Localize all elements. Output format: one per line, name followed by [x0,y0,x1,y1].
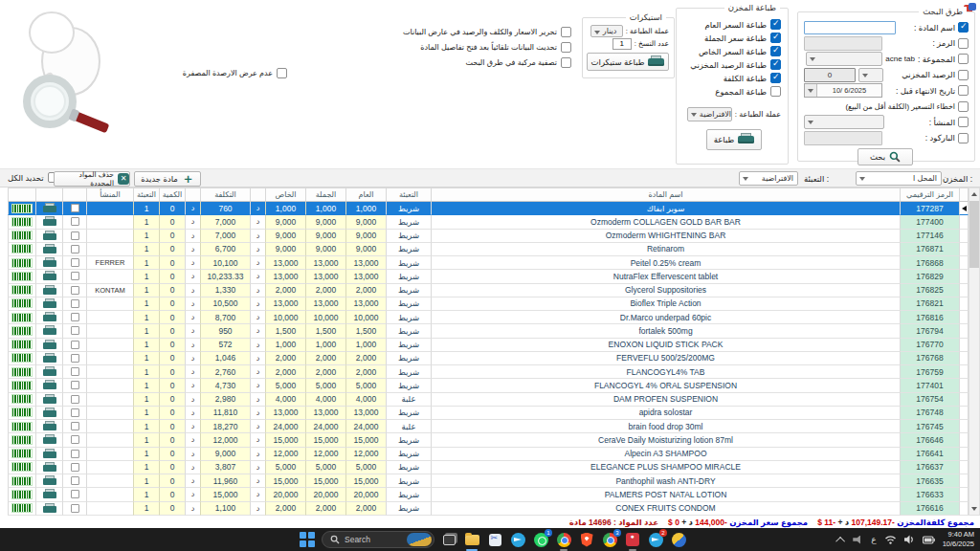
row-barcode-cell[interactable] [8,256,35,270]
row-checkbox[interactable] [71,463,79,472]
row-select-cell[interactable] [62,407,86,420]
row-checkbox[interactable] [71,313,79,321]
row-print-cell[interactable] [35,502,62,516]
header-general[interactable]: العام [345,187,386,202]
header-name[interactable]: اسم المادة [431,187,900,202]
print-currency-combo[interactable]: الافتراضية [687,107,732,121]
row-barcode-cell[interactable] [8,379,35,392]
table-row[interactable]: 176748 apidra solostar شريط 13,000 13,00… [8,407,969,420]
print-general-price-checkbox[interactable] [770,19,781,30]
packing-combo[interactable]: الافتراضية [739,171,798,186]
calendar-dropdown-icon[interactable] [805,84,817,97]
row-checkbox[interactable] [71,367,79,376]
table-row[interactable]: 176616 CONEX FRUITS CONDOM شريط 2,000 2,… [8,502,969,516]
row-checkbox[interactable] [71,504,79,513]
pricing-errors-checkbox[interactable] [958,101,969,112]
table-row[interactable]: 176635 Panthophil wash ANTI-DRY شريط 15,… [8,474,969,488]
search-highlight-image[interactable] [407,533,432,546]
start-button[interactable] [299,531,316,548]
table-row[interactable]: 177400 Ozmoderm COLLAGEN GOLD BAR BAR شر… [8,215,969,229]
header-special[interactable]: الخاص [265,187,305,202]
row-select-cell[interactable] [62,230,86,243]
stock-input[interactable]: 0 [804,68,856,82]
row-print-cell[interactable] [35,488,62,501]
red-app-button[interactable] [624,531,641,548]
row-checkbox[interactable] [71,204,79,212]
stickers-currency-combo[interactable]: دينار [590,25,623,37]
row-print-cell[interactable] [35,298,62,311]
row-checkbox[interactable] [71,341,79,349]
row-print-cell[interactable] [35,474,62,488]
row-print-cell[interactable] [35,433,62,447]
table-scrollbar[interactable] [969,187,980,516]
row-barcode-cell[interactable] [8,461,35,474]
row-barcode-cell[interactable] [8,407,35,420]
chrome-profile2-button[interactable]: 3 [601,531,618,548]
material-name-checkbox[interactable] [958,22,969,33]
row-checkbox[interactable] [71,450,79,458]
row-barcode-cell[interactable] [8,448,35,461]
table-row[interactable]: 177146 Ozmoderm WHIGHTENING BAR شريط 9,0… [8,230,969,243]
row-barcode-cell[interactable] [8,339,35,352]
table-row[interactable]: 176770 ENOXON LIQUID STICK PACK شريط 1,0… [8,339,969,352]
row-print-cell[interactable] [35,215,62,229]
task-view-button[interactable] [440,531,457,548]
telegram-button[interactable] [509,531,526,548]
row-print-cell[interactable] [35,284,62,298]
row-print-cell[interactable] [35,270,62,283]
row-select-cell[interactable] [62,352,86,365]
origin-combo[interactable] [804,115,884,129]
search-button[interactable]: بحث [858,148,913,165]
table-row[interactable]: 176646 CeraVe Daily Moisturizing lotion … [8,433,969,447]
file-explorer-button[interactable] [463,531,480,548]
row-barcode-cell[interactable] [8,474,35,488]
row-print-cell[interactable] [35,339,62,352]
row-print-cell[interactable] [35,202,62,215]
row-select-cell[interactable] [62,311,86,324]
copies-input[interactable]: 1 [612,38,632,50]
store-combo[interactable]: المحل ا [856,171,942,186]
header-unit[interactable]: التعبئة [386,187,431,202]
compound-filter-checkbox[interactable] [561,57,571,68]
stock-combo[interactable] [858,68,883,82]
brave-button[interactable] [578,531,595,548]
row-checkbox[interactable] [71,490,79,498]
row-barcode-cell[interactable] [8,324,35,338]
table-row[interactable]: 176825 Glycerol Suppositories شريط 2,000… [8,284,969,298]
telegram2-button[interactable]: 2 [647,531,664,548]
print-special-price-checkbox[interactable] [770,46,781,56]
wifi-icon[interactable] [884,535,897,544]
row-checkbox[interactable] [71,231,79,240]
expiry-checkbox[interactable] [958,85,969,96]
header-code[interactable]: الرمز الترقيمي [900,187,959,202]
row-print-cell[interactable] [35,420,62,433]
table-row[interactable]: 176794 fortalek 500mg شريط 1,500 1,500 1… [8,324,969,338]
row-barcode-cell[interactable] [8,352,35,365]
row-checkbox[interactable] [71,245,79,253]
table-row[interactable]: 176768 FERVEFLU 500/25/200MG شريط 2,000 … [8,352,969,365]
row-select-cell[interactable] [62,433,86,447]
header-wholesale[interactable]: الجملة [305,187,345,202]
table-row[interactable]: 176754 DAM PROFEN SUSPENION علبة 4,000 4… [8,393,969,407]
row-checkbox[interactable] [71,354,79,363]
row-print-cell[interactable] [35,311,62,324]
barcode-checkbox[interactable] [958,133,969,143]
row-print-cell[interactable] [35,448,62,461]
row-print-cell[interactable] [35,461,62,474]
row-checkbox[interactable] [71,381,79,389]
print-wholesale-price-checkbox[interactable] [770,33,781,43]
speaker-icon[interactable] [904,535,915,544]
print-stickers-button[interactable]: طباعة ستيكرات [587,53,669,71]
row-barcode-cell[interactable] [8,270,35,283]
table-row[interactable]: 176745 brain food drop 30ml علبة 24,000 … [8,420,969,433]
stock-checkbox[interactable] [958,70,969,80]
row-barcode-cell[interactable] [8,298,35,311]
scroll-up-button[interactable] [969,188,979,200]
row-print-cell[interactable] [35,365,62,379]
row-select-cell[interactable] [62,284,86,298]
taskbar-search-box[interactable]: Search [322,531,434,548]
row-checkbox[interactable] [71,326,79,335]
row-select-cell[interactable] [62,256,86,270]
row-checkbox[interactable] [71,408,79,417]
hide-zero-balance-checkbox[interactable] [277,68,287,78]
